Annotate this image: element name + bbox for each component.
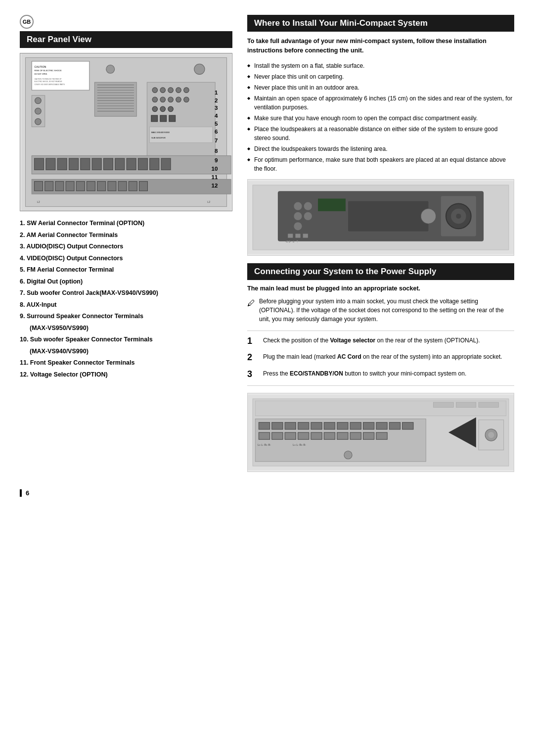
bottom-image: L+ L- R+ R- L+ L- R+ R- bbox=[247, 393, 514, 472]
list-item: 9. Surround Speaker Connector Terminals bbox=[20, 312, 232, 321]
divider-2 bbox=[247, 385, 514, 386]
page: GB Rear Panel View CAUTION RISK OF ELECT… bbox=[0, 0, 534, 512]
svg-point-93 bbox=[304, 202, 312, 210]
bullet-item: Maintain an open space of approximately … bbox=[247, 94, 514, 112]
svg-rect-124 bbox=[402, 423, 413, 429]
svg-point-27 bbox=[176, 88, 181, 93]
svg-text:9: 9 bbox=[215, 157, 218, 163]
svg-point-10 bbox=[106, 65, 115, 73]
power-note: 🖊 Before plugging your system into a mai… bbox=[247, 297, 514, 324]
svg-rect-120 bbox=[350, 423, 361, 429]
svg-rect-51 bbox=[69, 158, 78, 170]
power-section-title: Connecting your System to the Power Supp… bbox=[247, 263, 514, 280]
top-row: GB Rear Panel View CAUTION RISK OF ELECT… bbox=[20, 15, 514, 472]
svg-rect-114 bbox=[272, 423, 283, 429]
svg-rect-39 bbox=[169, 115, 176, 122]
svg-rect-104 bbox=[348, 235, 423, 240]
rear-panel-items-list: 1. SW Aerial Connector Terminal (OPTION)… bbox=[20, 219, 232, 379]
svg-rect-50 bbox=[57, 158, 67, 170]
svg-rect-40 bbox=[150, 127, 213, 142]
svg-rect-115 bbox=[285, 423, 296, 429]
bullet-item: Place the loudspeakers at a reasonable d… bbox=[247, 125, 514, 142]
list-item: 6. Digital Out (option) bbox=[20, 278, 232, 286]
install-section-title: Where to Install Your Mini-Compact Syste… bbox=[247, 15, 514, 32]
svg-point-29 bbox=[152, 97, 158, 102]
svg-text:MAX-VS940/VS990: MAX-VS940/VS990 bbox=[151, 131, 170, 134]
svg-point-32 bbox=[176, 97, 181, 102]
svg-rect-111 bbox=[479, 402, 499, 407]
svg-point-26 bbox=[168, 88, 174, 93]
svg-rect-52 bbox=[81, 158, 90, 170]
svg-rect-131 bbox=[337, 432, 348, 439]
list-item: 4. VIDEO(DISC) Output Connectors bbox=[20, 254, 232, 263]
bullet-item: Never place this unit on carpeting. bbox=[247, 72, 514, 81]
step-number-1: 1 bbox=[247, 336, 257, 347]
svg-rect-103 bbox=[303, 234, 308, 237]
svg-rect-23 bbox=[147, 82, 215, 166]
svg-rect-110 bbox=[456, 402, 476, 407]
install-intro-text: To take full advantage of your new mini-… bbox=[247, 37, 514, 55]
svg-rect-134 bbox=[376, 432, 387, 439]
svg-rect-130 bbox=[324, 432, 335, 439]
steps-list: 1 Check the position of the Voltage sele… bbox=[247, 336, 514, 380]
left-column: GB Rear Panel View CAUTION RISK OF ELECT… bbox=[20, 15, 232, 472]
svg-rect-118 bbox=[324, 423, 335, 429]
gb-badge: GB bbox=[20, 15, 34, 29]
divider bbox=[247, 331, 514, 331]
svg-point-30 bbox=[160, 97, 166, 102]
svg-rect-62 bbox=[45, 182, 53, 191]
svg-point-45 bbox=[35, 108, 42, 114]
svg-point-141 bbox=[488, 432, 494, 438]
svg-rect-122 bbox=[376, 423, 387, 429]
svg-rect-109 bbox=[434, 402, 454, 407]
bullet-item: Direct the loudspeakers towards the list… bbox=[247, 144, 514, 153]
svg-point-35 bbox=[160, 106, 166, 112]
svg-point-31 bbox=[168, 97, 174, 102]
svg-text:RISK OF ELECTRIC SHOCK: RISK OF ELECTRIC SHOCK bbox=[35, 69, 62, 72]
install-bullets: Install the system on a flat, stable sur… bbox=[247, 61, 514, 173]
svg-rect-127 bbox=[285, 432, 296, 439]
svg-rect-116 bbox=[298, 423, 309, 429]
svg-text:◀ ▶ ▲ ▼: ◀ ▶ ▲ ▼ bbox=[285, 239, 299, 242]
svg-rect-133 bbox=[363, 432, 374, 439]
svg-point-91 bbox=[294, 212, 302, 220]
svg-rect-57 bbox=[138, 158, 147, 170]
svg-rect-38 bbox=[160, 115, 167, 122]
step-text-3: Press the ECO/STANDBY/ON button to switc… bbox=[263, 369, 466, 378]
svg-rect-64 bbox=[66, 182, 74, 191]
svg-rect-132 bbox=[350, 432, 361, 439]
bullet-item: Install the system on a flat, stable sur… bbox=[247, 61, 514, 70]
system-image-svg: ◀ ▶ ▲ ▼ bbox=[248, 180, 514, 255]
svg-rect-48 bbox=[35, 158, 44, 170]
svg-text:L2: L2 bbox=[37, 200, 40, 203]
svg-text:12: 12 bbox=[212, 182, 218, 189]
power-main-lead-text: The main lead must be plugged into an ap… bbox=[247, 285, 514, 292]
svg-rect-70 bbox=[129, 182, 137, 191]
svg-text:5: 5 bbox=[215, 120, 218, 127]
svg-rect-121 bbox=[363, 423, 374, 429]
tape-icon: 🖊 bbox=[247, 297, 255, 309]
svg-rect-67 bbox=[97, 182, 106, 191]
svg-point-36 bbox=[168, 106, 174, 112]
svg-text:10: 10 bbox=[212, 165, 218, 172]
svg-rect-128 bbox=[298, 432, 309, 439]
svg-point-46 bbox=[35, 118, 42, 125]
svg-point-9 bbox=[194, 64, 205, 74]
svg-point-137 bbox=[344, 451, 352, 459]
svg-point-94 bbox=[304, 212, 312, 220]
bullet-item: Make sure that you have enough room to o… bbox=[247, 114, 514, 123]
step-item-2: 2 Plug the main lead (marked AC Cord on … bbox=[247, 352, 514, 363]
svg-text:L+ L- R+ R-: L+ L- R+ R- bbox=[258, 444, 271, 447]
svg-rect-63 bbox=[55, 182, 64, 191]
step-item-1: 1 Check the position of the Voltage sele… bbox=[247, 336, 514, 347]
svg-rect-129 bbox=[311, 432, 322, 439]
rear-panel-image: CAUTION RISK OF ELECTRIC SHOCK DO NOT OP… bbox=[20, 53, 232, 211]
bullet-item: For optimum performance, make sure that … bbox=[247, 155, 514, 173]
rear-panel-section-title: Rear Panel View bbox=[20, 31, 232, 48]
svg-rect-126 bbox=[272, 432, 283, 439]
svg-rect-117 bbox=[311, 423, 322, 429]
svg-point-100 bbox=[421, 208, 436, 223]
rear-panel-svg: CAUTION RISK OF ELECTRIC SHOCK DO NOT OP… bbox=[20, 53, 232, 211]
svg-text:3: 3 bbox=[215, 104, 218, 111]
svg-rect-65 bbox=[76, 182, 85, 191]
